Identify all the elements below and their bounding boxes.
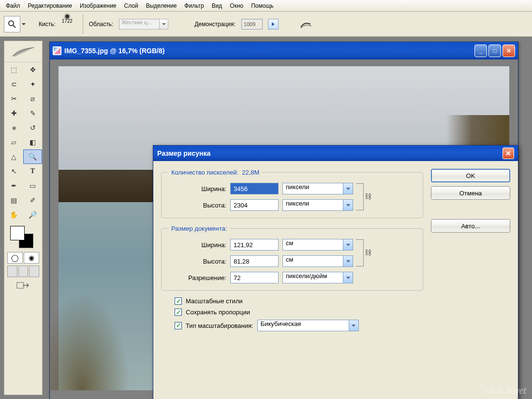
chain-link-icon[interactable]: ⛓ <box>365 192 371 201</box>
document-icon <box>53 46 61 55</box>
demo-play-button[interactable] <box>268 19 279 30</box>
scale-styles-checkbox[interactable]: ✓ <box>175 297 182 305</box>
px-width-input[interactable] <box>230 183 279 194</box>
tool-preset-picker[interactable] <box>4 16 20 32</box>
minimize-button[interactable]: _ <box>474 44 487 57</box>
svg-point-0 <box>9 21 14 26</box>
standard-mode[interactable]: ◯ <box>7 252 23 264</box>
pixel-dimensions-group: Количество пискселей: 22,8M Ширина: пикс… <box>161 169 423 218</box>
slice-tool[interactable]: ⧄ <box>23 91 42 106</box>
dialog-title: Размер рисунка <box>157 149 210 157</box>
dropdown-icon <box>160 19 168 30</box>
maximize-button[interactable]: □ <box>488 44 501 57</box>
doc-height-input[interactable] <box>230 255 279 267</box>
jump-to[interactable] <box>4 278 42 293</box>
px-width-units[interactable]: пиксели <box>282 183 353 194</box>
dialog-close-button[interactable]: ✕ <box>502 148 514 159</box>
zoom2-tool[interactable]: 🔎 <box>23 207 42 222</box>
pixel-count: 22,8M <box>242 169 259 176</box>
screen-mode-3[interactable] <box>29 266 39 277</box>
divider <box>83 15 83 34</box>
move-tool[interactable]: ✥ <box>23 62 42 77</box>
menu-file[interactable]: Файл <box>2 1 24 11</box>
notes-tool[interactable]: ▤ <box>4 193 23 207</box>
demo-label: Демонстрация: <box>194 21 236 28</box>
document-title: IMG_7355.jpg @ 16,7% (RGB/8) <box>64 47 164 55</box>
play-icon <box>272 22 275 26</box>
region-label: Область: <box>89 21 113 28</box>
px-height-units[interactable]: пиксели <box>282 199 353 211</box>
shape-tool[interactable]: ▭ <box>23 178 42 193</box>
px-width-label: Ширина: <box>168 185 226 192</box>
menu-select[interactable]: Выделение <box>142 1 181 11</box>
crop-tool[interactable]: ✂ <box>4 91 23 106</box>
demo-input[interactable] <box>241 19 263 30</box>
region-dropdown[interactable]: Жесткие ц... <box>119 19 168 30</box>
zoom-icon <box>8 20 16 29</box>
quickmask-mode[interactable]: ◉ <box>24 252 39 264</box>
constrain-checkbox[interactable]: ✓ <box>175 309 182 316</box>
color-swatches[interactable] <box>4 222 42 251</box>
resolution-input[interactable] <box>230 272 279 283</box>
close-button[interactable]: ✕ <box>502 44 515 57</box>
scale-styles-label: Масштабные стили <box>186 297 243 305</box>
path-tool[interactable]: ↖ <box>4 164 23 178</box>
px-height-input[interactable] <box>230 199 279 211</box>
chevron-down-icon <box>349 320 359 331</box>
resolution-units[interactable]: пиксели/дюйм <box>282 272 353 283</box>
document-titlebar[interactable]: IMG_7355.jpg @ 16,7% (RGB/8) _ □ ✕ <box>50 42 518 59</box>
menu-view[interactable]: Вид <box>208 1 226 11</box>
menu-window[interactable]: Окно <box>226 1 247 11</box>
wand-tool[interactable]: ✦ <box>23 77 42 91</box>
auto-button[interactable]: Авто... <box>431 219 510 233</box>
brush-preview[interactable]: 1722 <box>58 15 77 34</box>
heal-tool[interactable]: ✚ <box>4 106 23 120</box>
chain-link-icon[interactable]: ⛓ <box>365 249 371 257</box>
options-bar: Кисть: 1722 Область: Жесткие ц... Демонс… <box>0 12 532 37</box>
screen-mode-1[interactable] <box>7 266 17 277</box>
foreground-color[interactable] <box>10 226 25 240</box>
menu-help[interactable]: Помощь <box>247 1 277 11</box>
constrain-label: Сохранять пропорции <box>186 309 250 316</box>
marquee-tool[interactable]: ⬚ <box>4 62 23 77</box>
doc-width-input[interactable] <box>230 239 279 251</box>
menu-image[interactable]: Изображение <box>76 1 120 11</box>
doc-height-units[interactable]: см <box>282 255 353 267</box>
svg-line-1 <box>13 25 15 28</box>
hand-tool[interactable]: ✋ <box>4 207 23 222</box>
menu-edit[interactable]: Редактирование <box>24 1 76 11</box>
brush-label: Кисть: <box>39 21 56 28</box>
link-bracket-icon <box>356 239 364 266</box>
brush-tool[interactable]: ✎ <box>23 106 42 120</box>
close-icon: ✕ <box>506 47 511 54</box>
menu-layer[interactable]: Слой <box>120 1 142 11</box>
eyedrop-tool[interactable]: ✐ <box>23 193 42 207</box>
brush-dot-icon <box>65 15 69 18</box>
zoom-tool[interactable]: 🔍 <box>23 149 42 164</box>
resolution-label: Разрешение: <box>168 274 226 281</box>
doc-width-label: Ширина: <box>168 241 226 249</box>
eraser-tool[interactable]: ▱ <box>4 135 23 149</box>
close-icon: ✕ <box>505 149 511 157</box>
stamp-tool[interactable]: ⎈ <box>4 120 23 135</box>
px-height-label: Высота: <box>168 202 226 209</box>
link-bracket-icon <box>356 183 364 210</box>
ok-button[interactable]: OK <box>431 169 510 182</box>
chevron-down-icon <box>343 199 353 211</box>
dialog-titlebar[interactable]: Размер рисунка ✕ <box>153 146 518 161</box>
history-brush-icon[interactable] <box>300 19 313 29</box>
chevron-down-icon <box>343 239 353 251</box>
lasso-tool[interactable]: ⊂ <box>4 77 23 91</box>
screen-mode-2[interactable] <box>18 266 29 277</box>
menu-filter[interactable]: Фильтр <box>180 1 207 11</box>
gradient-tool[interactable]: ◧ <box>23 135 42 149</box>
resample-method-dropdown[interactable]: Бикубическая <box>257 320 359 331</box>
doc-width-units[interactable]: см <box>282 239 353 251</box>
cancel-button[interactable]: Отмена <box>431 186 510 200</box>
pen-tool[interactable]: ✒ <box>4 178 23 193</box>
history-tool[interactable]: ↺ <box>23 120 42 135</box>
workspace: ⬚ ✥ ⊂ ✦ ✂ ⧄ ✚ ✎ ⎈ ↺ ▱ ◧ △ 🔍 ↖ T ✒ ▭ ▤ ✐ … <box>0 37 532 399</box>
type-tool[interactable]: T <box>23 164 42 178</box>
resample-checkbox[interactable]: ✓ <box>175 322 182 329</box>
blur-tool[interactable]: △ <box>4 149 23 164</box>
